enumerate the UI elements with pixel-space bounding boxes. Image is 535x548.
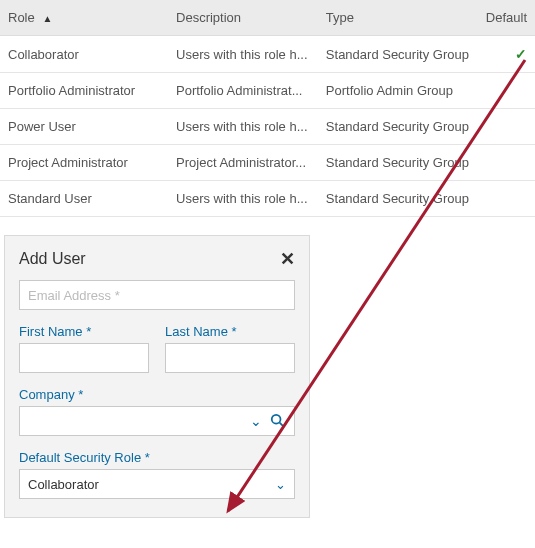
- col-header-description[interactable]: Description: [168, 0, 318, 36]
- close-icon[interactable]: ✕: [280, 250, 295, 268]
- table-row[interactable]: CollaboratorUsers with this role h...Sta…: [0, 36, 535, 73]
- cell-type: Portfolio Admin Group: [318, 73, 478, 109]
- table-row[interactable]: Power UserUsers with this role h...Stand…: [0, 109, 535, 145]
- panel-title: Add User: [19, 250, 86, 268]
- cell-role: Project Administrator: [0, 145, 168, 181]
- company-combobox[interactable]: ⌄: [19, 406, 295, 436]
- search-icon[interactable]: [266, 413, 288, 430]
- cell-default: ✓: [478, 36, 535, 73]
- cell-role: Portfolio Administrator: [0, 73, 168, 109]
- col-header-role-label: Role: [8, 10, 35, 25]
- cell-type: Standard Security Group: [318, 181, 478, 217]
- cell-default: [478, 181, 535, 217]
- email-field[interactable]: [19, 280, 295, 310]
- chevron-down-icon[interactable]: ⌄: [246, 413, 266, 429]
- table-header-row: Role ▲ Description Type Default: [0, 0, 535, 36]
- svg-point-0: [272, 414, 281, 423]
- default-role-select[interactable]: Collaborator ⌄: [19, 469, 295, 499]
- cell-type: Standard Security Group: [318, 145, 478, 181]
- cell-description: Users with this role h...: [168, 36, 318, 73]
- table-row[interactable]: Project AdministratorProject Administrat…: [0, 145, 535, 181]
- cell-description: Users with this role h...: [168, 181, 318, 217]
- table-row[interactable]: Portfolio AdministratorPortfolio Adminis…: [0, 73, 535, 109]
- cell-description: Users with this role h...: [168, 109, 318, 145]
- last-name-label: Last Name *: [165, 324, 295, 339]
- roles-table: Role ▲ Description Type Default Collabor…: [0, 0, 535, 217]
- add-user-panel: Add User ✕ First Name * Last Name * Comp…: [4, 235, 310, 518]
- col-header-default[interactable]: Default: [478, 0, 535, 36]
- col-header-type[interactable]: Type: [318, 0, 478, 36]
- sort-asc-icon[interactable]: ▲: [42, 13, 52, 24]
- cell-role: Standard User: [0, 181, 168, 217]
- cell-description: Portfolio Administrat...: [168, 73, 318, 109]
- cell-description: Project Administrator...: [168, 145, 318, 181]
- last-name-field[interactable]: [165, 343, 295, 373]
- cell-default: [478, 145, 535, 181]
- table-row[interactable]: Standard UserUsers with this role h...St…: [0, 181, 535, 217]
- first-name-label: First Name *: [19, 324, 149, 339]
- first-name-field[interactable]: [19, 343, 149, 373]
- chevron-down-icon: ⌄: [275, 477, 286, 492]
- svg-line-1: [280, 422, 284, 426]
- cell-role: Power User: [0, 109, 168, 145]
- cell-type: Standard Security Group: [318, 109, 478, 145]
- check-icon: ✓: [515, 46, 527, 62]
- company-label: Company *: [19, 387, 295, 402]
- default-role-label: Default Security Role *: [19, 450, 295, 465]
- col-header-role[interactable]: Role ▲: [0, 0, 168, 36]
- cell-role: Collaborator: [0, 36, 168, 73]
- cell-type: Standard Security Group: [318, 36, 478, 73]
- cell-default: [478, 109, 535, 145]
- cell-default: [478, 73, 535, 109]
- default-role-value: Collaborator: [28, 477, 99, 492]
